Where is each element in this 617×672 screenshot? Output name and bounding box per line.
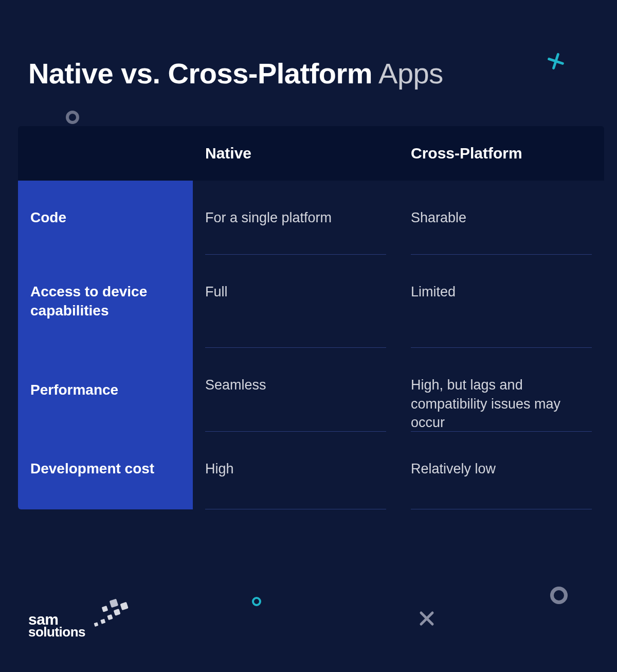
table-row: Access to device capabilities Full Limit… [18,255,604,348]
circle-icon [550,587,568,604]
svg-line-3 [421,613,432,624]
row-native-value: High [193,432,398,509]
title-bold: Native vs. Cross-Platform [28,57,372,90]
row-cross-value: Relatively low [398,432,604,509]
header-cross: Cross-Platform [398,145,604,162]
svg-rect-10 [102,606,108,612]
row-native-value: Seamless [193,348,398,432]
table-header-row: Native Cross-Platform [18,126,604,181]
comparison-table: Native Cross-Platform Code For a single … [18,126,604,509]
row-label: Performance [18,348,193,432]
cross-icon [418,610,435,627]
row-native-value: Full [193,255,398,348]
logo-dots-icon [87,592,134,628]
row-label: Development cost [18,432,193,509]
title-rest: Apps [372,57,443,90]
circle-icon [66,111,79,124]
logo: sam solutions [28,592,131,638]
logo-text: sam solutions [28,612,85,639]
svg-rect-7 [114,609,121,616]
svg-rect-6 [107,614,113,620]
circle-icon [252,597,261,606]
table-row: Development cost High Relatively low [18,432,604,509]
svg-rect-5 [100,619,105,624]
svg-line-2 [421,613,432,624]
row-label: Code [18,181,193,255]
row-cross-value: Sharable [398,181,604,255]
row-cross-value: Limited [398,255,604,348]
row-native-value: For a single platform [193,181,398,255]
header-native: Native [193,145,398,162]
svg-rect-9 [110,599,119,608]
page-title: Native vs. Cross-Platform Apps [28,57,589,90]
svg-rect-4 [94,622,99,627]
logo-line2: solutions [28,624,85,640]
row-cross-value: High, but lags and compatibility issues … [398,348,604,432]
svg-rect-8 [120,602,128,610]
table-row: Performance Seamless High, but lags and … [18,348,604,432]
row-label: Access to device capabilities [18,255,193,348]
table-row: Code For a single platform Sharable [18,181,604,255]
